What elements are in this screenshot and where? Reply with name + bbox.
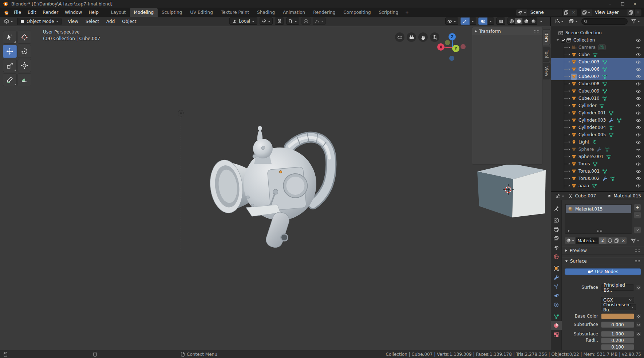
shading-material-button[interactable] xyxy=(522,18,530,24)
outliner-row[interactable]: Cylinder xyxy=(551,102,644,109)
breadcrumb-object-name[interactable]: Cube.007 xyxy=(575,193,596,198)
transform-tool-button[interactable] xyxy=(17,59,31,72)
hide-toggle[interactable] xyxy=(636,169,641,174)
decorator-button[interactable] xyxy=(636,322,641,327)
subsurface-radius-value-2[interactable]: 0.100 xyxy=(601,344,634,350)
subsurface-radius-value-1[interactable]: 0.200 xyxy=(601,338,634,343)
menu-edit[interactable]: Edit xyxy=(24,8,39,17)
outliner-search-input[interactable] xyxy=(581,18,628,25)
fake-user-button[interactable] xyxy=(607,237,613,244)
workspace-tab-rendering[interactable]: Rendering xyxy=(309,8,339,17)
expand-arrow[interactable] xyxy=(569,141,570,143)
list-resize-grip[interactable] xyxy=(597,229,602,232)
overlays-options-dropdown[interactable] xyxy=(487,17,494,25)
proportional-falloff-dropdown[interactable] xyxy=(313,17,326,25)
expand-arrow[interactable] xyxy=(569,75,570,78)
expand-arrow[interactable] xyxy=(569,112,570,114)
properties-tab-object-data[interactable] xyxy=(551,312,562,321)
select-tweak-tool-button[interactable] xyxy=(3,31,17,44)
workspace-tab-sculpting[interactable]: Sculpting xyxy=(158,8,186,17)
hide-toggle[interactable] xyxy=(636,176,641,181)
outliner-row[interactable]: Cube.008 xyxy=(551,80,644,87)
close-button[interactable]: × xyxy=(629,0,641,8)
show-gizmo-toggle[interactable] xyxy=(461,17,470,25)
properties-tab-texture[interactable] xyxy=(551,330,562,339)
outliner-row[interactable]: Torus.001 xyxy=(551,168,644,175)
sidebar-tab-item[interactable]: Item xyxy=(543,29,550,45)
proportional-editing-button[interactable] xyxy=(301,17,311,25)
collection-checkbox-icon[interactable] xyxy=(561,38,566,43)
surface-shader-button[interactable]: Principled BS.. xyxy=(601,284,634,291)
menu-help[interactable]: Help xyxy=(85,8,102,17)
new-scene-button[interactable] xyxy=(563,9,570,16)
viewport-menu-object[interactable]: Object xyxy=(118,19,140,24)
hide-toggle[interactable] xyxy=(636,81,641,87)
perspective-toggle-button[interactable] xyxy=(395,32,404,42)
workspace-tab-scripting[interactable]: Scripting xyxy=(375,8,402,17)
expand-arrow[interactable] xyxy=(569,134,570,136)
expand-arrow[interactable] xyxy=(569,126,570,129)
slot-specials-arrow[interactable] xyxy=(568,230,570,232)
properties-tab-active-tool[interactable] xyxy=(551,204,562,213)
outliner-row[interactable]: Torus xyxy=(551,160,644,168)
preview-panel-header[interactable]: Preview xyxy=(562,247,644,255)
outliner-row[interactable]: Light xyxy=(551,138,644,146)
hide-toggle[interactable] xyxy=(636,139,641,145)
expand-arrow[interactable] xyxy=(569,61,570,63)
expand-arrow[interactable] xyxy=(569,185,570,187)
subsurface-value-slider[interactable]: 0.000 xyxy=(601,322,634,328)
outliner-row[interactable]: Torus.002 xyxy=(551,175,644,182)
properties-tab-material[interactable] xyxy=(551,321,562,330)
properties-tab-physics[interactable] xyxy=(551,291,562,300)
xray-toggle[interactable] xyxy=(496,17,505,25)
workspace-tab-modeling[interactable]: Modeling xyxy=(130,8,158,17)
outliner-row[interactable]: Cylinder.001 xyxy=(551,109,644,117)
hide-toggle[interactable] xyxy=(636,96,641,101)
outliner-row[interactable]: Cylinder.004 xyxy=(551,124,644,131)
new-view-layer-button[interactable] xyxy=(627,9,635,16)
properties-editor-type-button[interactable] xyxy=(554,193,566,200)
menu-window[interactable]: Window xyxy=(62,8,85,17)
gizmo-options-dropdown[interactable] xyxy=(470,17,476,25)
hide-toggle[interactable] xyxy=(636,45,641,50)
slot-specials-dropdown[interactable] xyxy=(634,227,641,233)
transform-panel-header[interactable]: Transform xyxy=(472,27,542,35)
outliner-row[interactable]: Cube.009 xyxy=(551,87,644,95)
properties-tab-render[interactable] xyxy=(551,216,562,225)
rotate-tool-button[interactable] xyxy=(17,45,31,58)
hide-toggle[interactable] xyxy=(636,125,641,130)
expand-arrow[interactable] xyxy=(569,68,570,70)
workspace-tab-compositing[interactable]: Compositing xyxy=(339,8,375,17)
hide-toggle[interactable] xyxy=(636,52,641,58)
sidebar-tab-tool[interactable]: Tool xyxy=(543,47,550,61)
scale-tool-button[interactable] xyxy=(3,59,17,72)
shading-rendered-button[interactable] xyxy=(530,18,537,24)
outliner-row[interactable]: Sphere.001 xyxy=(551,153,644,160)
properties-tab-scene[interactable] xyxy=(551,243,562,252)
subsurface-method-dropdown[interactable]: Christensen-Bu.. xyxy=(601,304,636,310)
surface-panel-header[interactable]: Surface xyxy=(562,257,644,265)
panel-grip-icon[interactable] xyxy=(534,30,540,33)
collapse-arrow[interactable] xyxy=(557,39,559,41)
decorator-button[interactable] xyxy=(636,314,641,319)
snap-target-dropdown[interactable] xyxy=(286,17,299,25)
hide-toggle[interactable] xyxy=(636,74,641,79)
viewport-canvas[interactable]: User Perspective (39) Collection | Cube.… xyxy=(0,26,551,350)
material-name-field[interactable]: Materia.. xyxy=(576,237,598,244)
object-visibility-dropdown[interactable] xyxy=(445,17,458,25)
expand-arrow[interactable] xyxy=(569,54,570,56)
hide-toggle[interactable] xyxy=(636,154,641,160)
mode-dropdown[interactable]: Object Mode xyxy=(17,18,62,25)
hide-toggle[interactable] xyxy=(636,161,641,167)
unlink-material-button[interactable]: × xyxy=(620,237,627,244)
hide-toggle[interactable] xyxy=(636,103,641,109)
viewport-menu-view[interactable]: View xyxy=(64,19,82,24)
workspace-tab-uv-editing[interactable]: UV Editing xyxy=(186,8,217,17)
axis-navigation-gizmo[interactable]: Z X Y xyxy=(430,30,475,66)
outliner-row[interactable]: Cube.006 xyxy=(551,66,644,73)
material-link-dropdown[interactable] xyxy=(630,237,641,244)
measure-tool-button[interactable] xyxy=(17,73,31,86)
maximize-button[interactable] xyxy=(616,0,629,8)
expand-arrow[interactable] xyxy=(569,105,570,107)
expand-arrow[interactable] xyxy=(569,148,570,150)
